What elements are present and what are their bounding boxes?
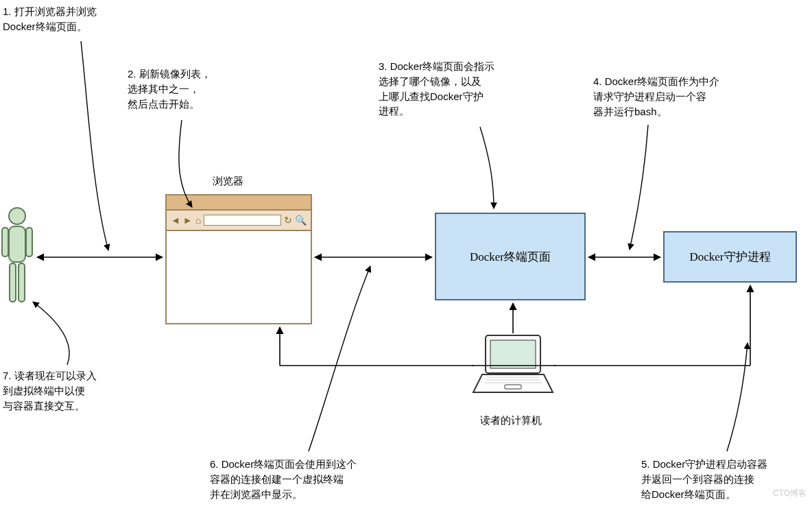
browser-toolbar: ◄ ► ⌂ ↻ 🔍 xyxy=(167,211,311,231)
back-icon: ◄ xyxy=(171,215,180,226)
callout-3 xyxy=(480,127,494,209)
computer-label: 读者的计算机 xyxy=(480,414,542,427)
step-7-text: 7. 读者现在可以录入 到虚拟终端中以便 与容器直接交互。 xyxy=(3,368,97,413)
laptop-icon xyxy=(472,332,554,397)
svg-rect-1 xyxy=(9,226,25,262)
callout-1 xyxy=(81,41,108,250)
docker-terminal-text: Docker终端页面 xyxy=(470,249,551,265)
step-2-text: 2. 刷新镜像列表， 选择其中之一， 然后点击开始。 xyxy=(128,67,211,111)
step-6-text: 6. Docker终端页面会使用到这个 容器的连接创建一个虚拟终端 并在浏览器中… xyxy=(210,457,357,501)
forward-icon: ► xyxy=(183,215,193,226)
browser-window: ◄ ► ⌂ ↻ 🔍 xyxy=(165,194,312,324)
address-bar xyxy=(204,215,281,226)
svg-rect-7 xyxy=(490,340,536,368)
svg-rect-4 xyxy=(10,263,16,302)
step-5-text: 5. Docker守护进程启动容器 并返回一个到容器的连接 给Docker终端页… xyxy=(641,457,767,501)
step-1-text: 1. 打开浏览器并浏览 Docker终端页面。 xyxy=(3,4,97,34)
docker-daemon-text: Docker守护进程 xyxy=(689,249,770,265)
svg-rect-3 xyxy=(26,228,32,257)
docker-terminal-box: Docker终端页面 xyxy=(435,213,586,300)
search-icon: 🔍 xyxy=(295,215,307,226)
svg-rect-2 xyxy=(2,228,8,257)
refresh-icon: ↻ xyxy=(284,215,292,226)
callout-7 xyxy=(33,302,69,365)
step-4-text: 4. Docker终端页面作为中介 请求守护进程启动一个容 器并运行bash。 xyxy=(593,74,719,119)
browser-titlebar xyxy=(167,195,311,211)
docker-daemon-box: Docker守护进程 xyxy=(663,231,797,283)
callout-6 xyxy=(309,266,370,451)
browser-label: 浏览器 xyxy=(213,175,243,188)
watermark: CTO博客 xyxy=(773,488,807,499)
person-icon xyxy=(0,206,34,312)
callout-4 xyxy=(630,125,648,250)
home-icon: ⌂ xyxy=(195,215,201,226)
callout-5 xyxy=(727,343,748,451)
diagram-canvas: 1. 打开浏览器并浏览 Docker终端页面。 2. 刷新镜像列表， 选择其中之… xyxy=(0,0,812,524)
svg-rect-5 xyxy=(19,263,25,302)
svg-point-0 xyxy=(9,208,25,224)
step-3-text: 3. Docker终端页面会指示 选择了哪个镜像，以及 上哪儿查找Docker守… xyxy=(379,59,494,119)
